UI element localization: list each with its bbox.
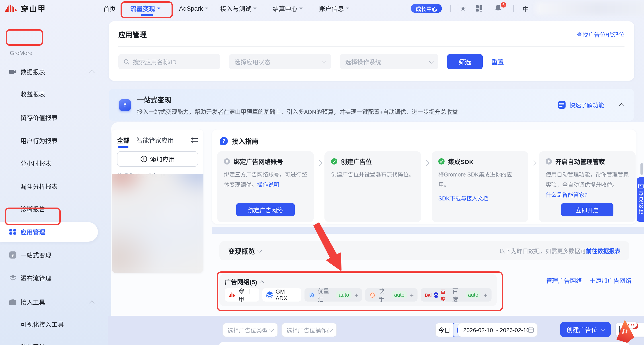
toolbox-icon [9,298,16,306]
sidebar-item-retention-value-report[interactable]: 留存价值报表 [0,108,108,127]
sidebar-item-revenue-report[interactable]: 收益报表 [0,84,108,104]
apps-grid-icon[interactable] [476,5,483,12]
banner-title: 一站式变现 [137,94,458,104]
today-toggle[interactable]: 今日 [435,323,453,337]
network-chip-pangle[interactable]: 穿山甲 [225,288,259,301]
collapse-banner-icon[interactable] [619,103,624,108]
integration-guide-card: ? 接入指南 绑定广告网络账号 绑定三方广告网络账号，可进行整体变现调优。操作说… [212,130,636,224]
background-band [212,227,644,234]
create-adslot-button[interactable]: 创建广告位 [560,322,611,337]
sidebar-item-hourly-report[interactable]: 分小时报表 [0,153,108,173]
app-grid-icon [9,228,16,236]
search-input[interactable]: 搜索应用名称/ID [118,54,220,69]
network-chip-baidu[interactable]: Bai 百度 百度 auto + [421,288,492,301]
chevron-down-icon [322,59,327,64]
layers-icon [9,274,16,282]
slot-type-select[interactable]: 选择广告位类型 [222,323,278,337]
add-network-icon[interactable]: + [410,291,414,299]
sidebar-item-integration-tools[interactable]: 接入工具 [0,292,108,312]
slot-action-select[interactable]: 选择广告位操作类型 [282,323,337,337]
ad-networks-header[interactable]: 广告网络(5) [225,277,492,286]
network-chip-ylh[interactable]: 优量汇 auto + [304,288,362,301]
star-icon[interactable]: ★ [460,5,466,13]
add-network-icon[interactable]: + [484,291,488,299]
calendar-icon [528,327,534,333]
nav-account[interactable]: 账户信息 [319,0,349,17]
what-is-smart-manager-link[interactable]: 什么是智能管家? [546,190,629,201]
enable-now-button[interactable]: 立即开启 [561,203,614,216]
assistant-mascot[interactable] [616,319,639,343]
gmadx-icon [266,291,273,298]
ad-networks-card: 广告网络(5) 穿山甲 [220,274,497,306]
baidu-paw-icon [434,292,439,298]
manage-networks-link[interactable]: 管理广告网络 [546,276,582,285]
status-pending-icon [546,158,552,165]
baidu-wordmark: Bai [425,292,432,297]
one-stop-banner: ¥ 一站式变现 接入一站式变现能力，帮助开发者在穿山甲预算的基础上，引入多ADN… [108,89,634,121]
sidebar-item-data-reports[interactable]: 数据报表 [0,62,108,82]
sidebar-item-one-stop-monetization[interactable]: ¥ 一站式变现 [0,245,108,265]
sidebar-item-visual-integration-tool[interactable]: 可视化接入工具 [0,314,108,334]
scrollbar-thumb[interactable] [640,163,643,175]
caret-down-icon [299,8,303,11]
sidebar-item-waterfall-management[interactable]: 瀑布流管理 [0,268,108,288]
app-status-select[interactable]: 选择应用状态 [229,54,331,69]
operation-guide-link[interactable]: 操作说明 [257,182,279,188]
sidebar: GroMore 数据报表 收益报表 留存价值报表 用户行为报表 分小时报表 漏斗… [0,17,108,345]
logo[interactable]: 穿山甲 [4,3,46,14]
tab-all-apps[interactable]: 全部 [117,136,130,145]
sidebar-item-funnel-report[interactable]: 漏斗分析报表 [0,176,108,196]
comment-icon [638,184,643,188]
status-done-icon [331,158,337,165]
divider [450,5,451,12]
nav-adspark[interactable]: AdSpark [179,0,208,17]
auto-tag: auto [392,291,407,298]
notifications-bell-icon[interactable]: 6 [494,4,503,13]
add-network-icon[interactable]: + [354,291,358,299]
find-adslot-link[interactable]: 查找广告位/代码位 [577,30,624,38]
divider [513,5,514,12]
quick-learn-link[interactable]: 快速了解功能 [570,101,604,109]
add-app-button[interactable]: 添加应用 [117,151,198,167]
sidebar-item-diagnosis-report[interactable]: 诊断报告 [0,199,108,219]
nav-active-indicator [141,14,153,16]
tab-smart-apps[interactable]: 智能管家应用 [136,136,174,145]
bind-network-button[interactable]: 绑定广告网络 [236,203,295,216]
video-report-icon [9,68,16,76]
guide-title: 接入指南 [232,136,258,145]
chevron-right-icon [531,160,536,166]
auto-tag: auto [337,291,352,298]
wallet-icon: ¥ [119,99,131,111]
chevron-down-icon [257,248,262,253]
nav-integration-test[interactable]: 接入与测试 [220,0,256,17]
guide-step-create-adslot: 创建广告位 创建广告位并设置瀑布流代码位。 [324,151,421,222]
network-chip-kuaishou[interactable]: 快手 auto + [366,288,418,301]
app-card-blurred[interactable] [112,174,204,273]
chevron-down-icon [269,327,274,332]
panel-collapse-icon[interactable] [191,137,198,143]
language-toggle[interactable]: 中 [522,5,529,13]
caret-down-icon [346,8,349,11]
overview-title[interactable]: 变现概览 [228,246,262,255]
nav-home[interactable]: 首页 [103,0,116,17]
os-select[interactable]: 选择操作系统 [340,54,438,69]
chevron-down-icon [429,59,434,64]
sidebar-item-test-tool[interactable]: 测试工具 [0,336,108,345]
network-chip-gmadx[interactable]: GM ADX [262,288,301,301]
add-network-link[interactable]: ＋添加广告网络 [590,276,631,285]
question-icon: ? [220,137,228,145]
feedback-tab[interactable]: 意见反馈 [637,177,644,222]
chevron-up-icon [89,300,95,305]
filter-button[interactable]: 筛选 [447,54,483,69]
goto-data-report-link[interactable]: 前往数据报表 [586,248,620,254]
growth-center-badge[interactable]: 成长中心 [411,4,442,13]
account-info-blurred[interactable] [536,2,644,15]
app-root: 穿山甲 首页 流量变现 AdSpark 接入与测试 结算中心 账户信息 成长中心… [0,0,644,345]
date-range-picker[interactable]: 2026-02-10 ~ 2026-02-10 [458,323,538,337]
baidu-cn-wordmark: 百度 [440,288,450,302]
sidebar-item-app-management[interactable]: 应用管理 [0,222,98,242]
nav-settlement[interactable]: 结算中心 [272,0,303,17]
sidebar-item-user-behavior-report[interactable]: 用户行为报表 [0,131,108,150]
s dk-docs-link[interactable]: SDK下载与接入文档 [438,194,522,202]
reset-button[interactable]: 重置 [492,57,504,66]
